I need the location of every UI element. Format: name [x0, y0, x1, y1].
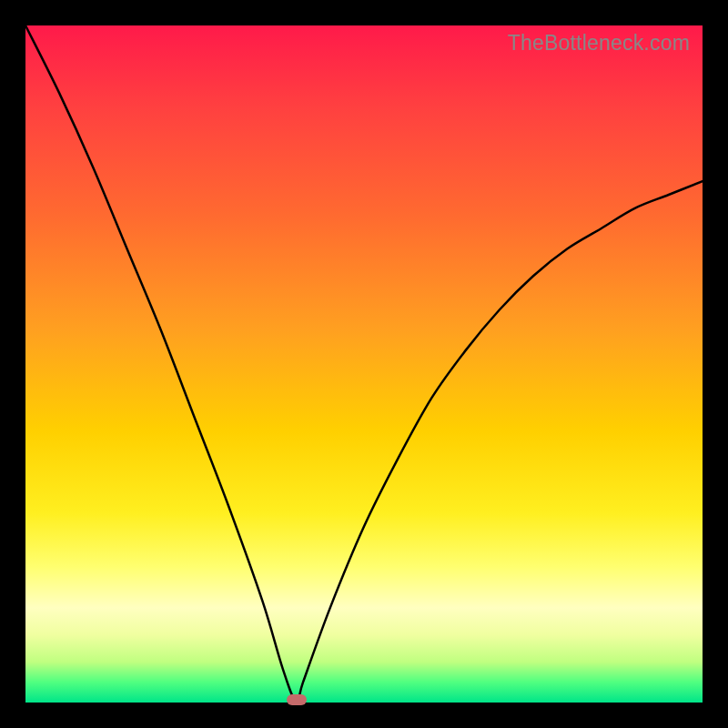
minimum-marker [287, 694, 307, 705]
bottleneck-curve [25, 25, 703, 703]
chart-frame: TheBottleneck.com [0, 0, 728, 728]
plot-area: TheBottleneck.com [25, 25, 703, 703]
